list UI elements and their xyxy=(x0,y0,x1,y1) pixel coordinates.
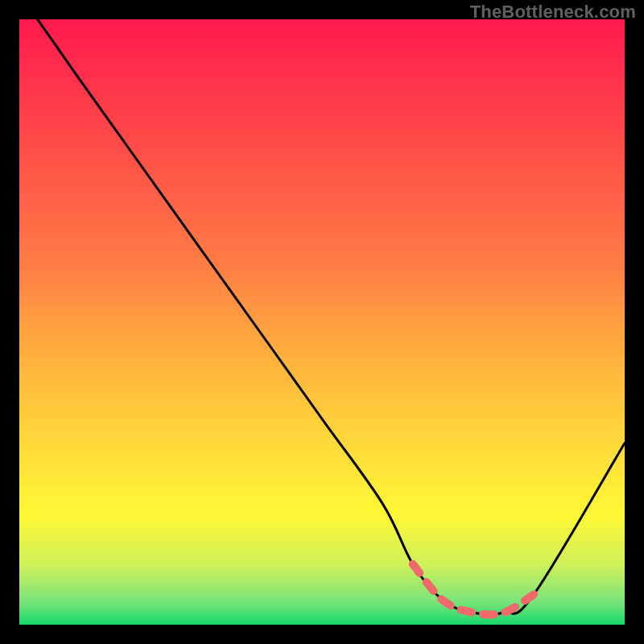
gradient-background xyxy=(19,19,625,625)
chart-frame xyxy=(19,19,625,625)
watermark-text: TheBottleneck.com xyxy=(470,2,636,23)
bottleneck-chart xyxy=(19,19,625,625)
